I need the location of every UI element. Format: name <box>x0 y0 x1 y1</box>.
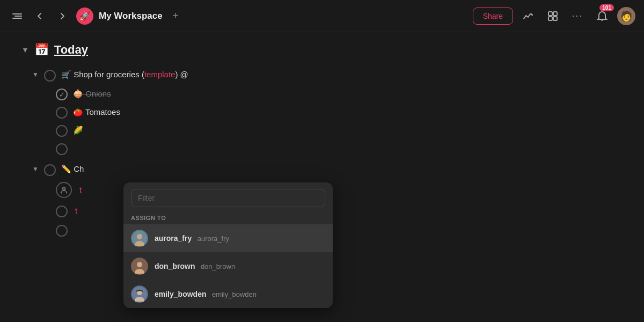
view-options-icon[interactable] <box>543 6 562 26</box>
forward-icon[interactable] <box>54 8 71 25</box>
emily-name: emily_bowden <box>155 290 206 298</box>
svg-rect-5 <box>548 17 552 20</box>
don-avatar <box>131 258 148 275</box>
svg-point-12 <box>137 262 142 267</box>
empty-bottom-checkbox[interactable] <box>56 225 68 237</box>
topbar-right: Share ··· 101 🧑 <box>473 6 635 26</box>
subtask-onions: 🧅 Onions <box>56 85 623 103</box>
don-name: don_brown <box>155 262 195 270</box>
second-task-chevron[interactable]: ▼ <box>32 165 39 173</box>
notifications-icon[interactable]: 101 <box>592 6 612 26</box>
aurora-info: aurora_fry aurora_fry <box>155 233 229 243</box>
user-list: aurora_fry aurora_fry don_brown don_brow… <box>123 224 333 308</box>
second-task: ▼ ✏️ Ch <box>32 160 623 179</box>
svg-rect-3 <box>548 12 552 16</box>
tomatoes-checkbox[interactable] <box>56 107 68 119</box>
emily-handle: emily_bowden <box>212 290 257 298</box>
template-link[interactable]: template <box>144 70 175 79</box>
sidebar-toggle-icon[interactable] <box>9 8 26 25</box>
today-title: Today <box>54 43 88 57</box>
partial-task-t2: t <box>75 205 77 217</box>
main-content: ▼ 📅 Today ▼ 🛒 Shop for groceries (templa… <box>0 32 644 250</box>
emily-info: emily_bowden emily_bowden <box>155 289 257 299</box>
onions-checkbox[interactable] <box>56 89 68 100</box>
user-item-aurora[interactable]: aurora_fry aurora_fry <box>123 224 333 252</box>
svg-point-7 <box>63 187 65 190</box>
notification-badge: 101 <box>599 4 614 11</box>
topbar-left: 🚀 My Workspace + <box>9 8 183 25</box>
person-icon[interactable] <box>56 182 72 198</box>
topbar: 🚀 My Workspace + Share ··· <box>0 0 644 32</box>
user-item-don[interactable]: don_brown don_brown <box>123 252 333 280</box>
subtask-list: 🧅 Onions 🍅 Tomatoes 🌽 <box>32 85 623 158</box>
filter-input-wrap <box>123 182 333 211</box>
main-task: ▼ 🛒 Shop for groceries (template) @ <box>32 65 623 85</box>
partial-task-t1: t <box>79 184 82 196</box>
back-icon[interactable] <box>31 8 48 25</box>
second-task-checkbox[interactable] <box>44 164 56 176</box>
assign-to-label: ASSIGN TO <box>123 211 333 224</box>
subtask-corn: 🌽 <box>56 121 623 140</box>
user-avatar[interactable]: 🧑 <box>617 7 635 25</box>
onions-text: 🧅 Onions <box>73 88 111 100</box>
main-task-checkbox[interactable] <box>44 70 56 82</box>
svg-rect-4 <box>553 12 557 16</box>
subtask-tomatoes: 🍅 Tomatoes <box>56 103 623 121</box>
corn-checkbox[interactable] <box>56 125 68 137</box>
svg-point-9 <box>137 234 142 239</box>
subtask-empty <box>56 140 623 158</box>
tomatoes-text: 🍅 Tomatoes <box>73 106 120 119</box>
workspace-title: My Workspace <box>99 11 163 21</box>
svg-rect-6 <box>553 17 557 20</box>
main-task-text: 🛒 Shop for groceries (template) @ <box>61 69 188 81</box>
partial-checkbox-2[interactable] <box>56 206 68 217</box>
filter-input[interactable] <box>131 189 325 207</box>
empty-checkbox[interactable] <box>56 143 68 155</box>
second-task-text: ✏️ Ch <box>61 163 84 175</box>
more-options-icon[interactable]: ··· <box>568 6 587 26</box>
analytics-icon[interactable] <box>518 6 538 26</box>
today-chevron[interactable]: ▼ <box>21 46 29 54</box>
add-workspace-button[interactable]: + <box>168 9 183 24</box>
share-button[interactable]: Share <box>473 8 513 25</box>
grocery-emoji: 🛒 <box>61 70 74 79</box>
don-info: don_brown don_brown <box>155 261 235 271</box>
emily-avatar <box>131 286 148 303</box>
aurora-handle: aurora_fry <box>197 235 229 243</box>
corn-text: 🌽 <box>73 125 83 137</box>
app-logo: 🚀 <box>76 8 93 25</box>
assign-dropdown: ASSIGN TO aurora_fry aurora_fry <box>123 182 333 308</box>
calendar-emoji: 📅 <box>34 43 49 57</box>
task-chevron[interactable]: ▼ <box>32 71 39 78</box>
user-item-emily[interactable]: emily_bowden emily_bowden <box>123 280 333 308</box>
today-header: ▼ 📅 Today <box>21 43 623 57</box>
aurora-avatar <box>131 230 148 247</box>
don-handle: don_brown <box>201 262 235 270</box>
aurora-name: aurora_fry <box>155 234 192 243</box>
